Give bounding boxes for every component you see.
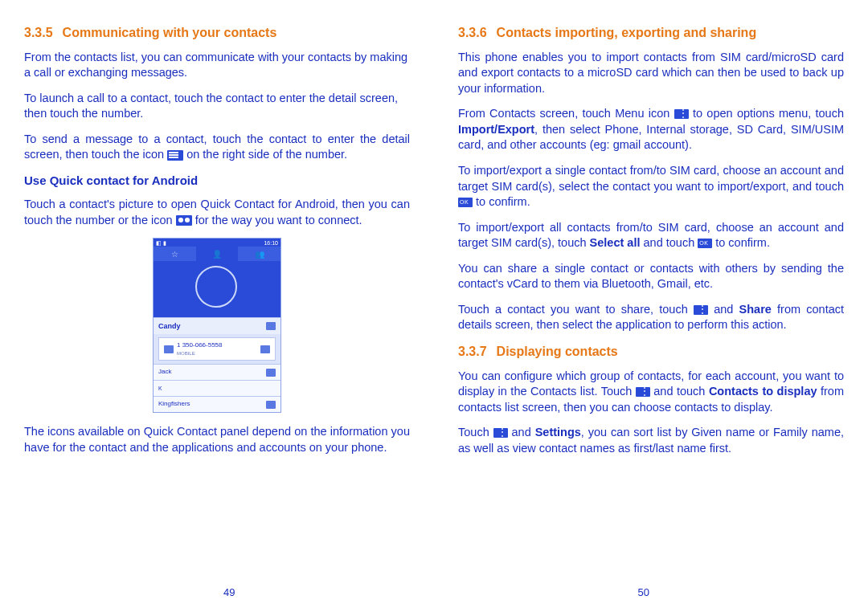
menu-icon [636,387,650,397]
paragraph: Touch a contact you want to share, touch… [458,302,844,333]
contact-name-row: Candy [154,317,280,334]
right-page: 3.3.6Contacts importing, exporting and s… [458,24,844,604]
menu-icon [674,109,689,119]
section-heading-335: 3.3.5Communicating with your contacts [24,24,410,42]
phone-screenshot: ◧ ▮16:10 ☆ 👤 👥 Candy 1 350-066-5558 MOBI… [153,238,281,413]
list-item: Jack [154,364,280,380]
paragraph: Touch a contact's picture to open Quick … [24,197,410,228]
phone-number-row: 1 350-066-5558 MOBILE [158,337,276,361]
tab-bar: ☆ 👤 👥 [154,247,280,261]
menu-icon [493,428,508,438]
page-number: 50 [638,586,649,598]
section-number: 3.3.5 [24,26,53,39]
section-number: 3.3.6 [458,26,487,39]
section-title: Contacts importing, exporting and sharin… [497,26,757,39]
page-number: 49 [223,586,235,598]
ok-icon [698,239,712,248]
paragraph: Touch and Settings, you can sort list by… [458,425,844,456]
person-icon [266,401,276,409]
tab-groups: 👥 [238,247,280,261]
sms-icon [260,345,270,353]
message-icon [167,150,183,161]
paragraph: You can configure which group of contact… [458,369,844,416]
tab-contacts: 👤 [196,247,239,261]
ok-icon [458,198,473,207]
section-number: 3.3.7 [458,345,487,358]
paragraph: To import/export all contacts from/to SI… [458,220,844,251]
status-bar: ◧ ▮16:10 [154,239,280,247]
contact-header [154,261,280,317]
avatar [195,266,237,308]
list-header: K [154,380,280,396]
quick-contact-icon [176,215,192,226]
section-heading-337: 3.3.7Displaying contacts [458,343,844,361]
call-icon [164,345,174,353]
tab-favorites: ☆ [154,247,196,261]
section-title: Communicating with your contacts [63,26,277,39]
person-icon [266,322,276,330]
section-title: Displaying contacts [497,345,618,358]
paragraph: To launch a call to a contact, touch the… [24,91,410,122]
section-heading-336: 3.3.6Contacts importing, exporting and s… [458,24,844,42]
person-icon [266,369,276,377]
left-page: 3.3.5Communicating with your contacts Fr… [24,24,410,604]
paragraph: You can share a single contact or contac… [458,261,844,292]
menu-icon [694,305,708,315]
sub-heading: Use Quick contact for Android [24,173,410,189]
paragraph: From Contacts screen, touch Menu icon to… [458,106,844,153]
list-item: Kingfishers [154,396,280,412]
paragraph: This phone enables you to import contact… [458,50,844,97]
paragraph: From the contacts list, you can communic… [24,50,410,81]
paragraph: To import/export a single contact from/t… [458,163,844,210]
paragraph: To send a message to a contact, touch th… [24,132,410,163]
paragraph: The icons available on Quick Contact pan… [24,424,410,455]
